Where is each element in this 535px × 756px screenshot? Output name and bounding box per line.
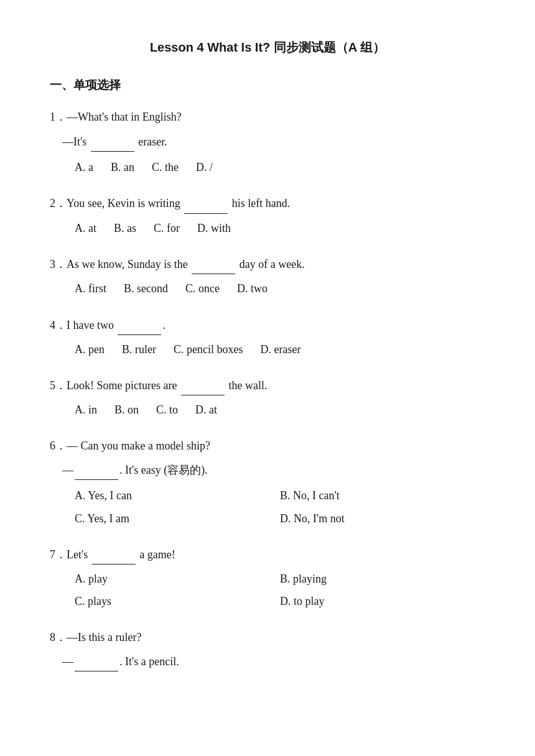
option-6-2: C. Yes, I am	[75, 508, 280, 529]
question-stem-2: 2．You see, Kevin is writing his left han…	[50, 193, 485, 213]
option-1-0: A. a	[75, 161, 93, 173]
question-stem-7: 7．Let's a game!	[50, 544, 485, 565]
blank-stem-7	[92, 544, 136, 565]
section-header: 一、单项选择	[50, 76, 485, 94]
options-row-1: A. aB. anC. theD. /	[50, 157, 485, 178]
blank-stem-5	[181, 375, 225, 395]
blank-1	[91, 131, 134, 152]
option-4-1: B. ruler	[122, 343, 156, 356]
blank-6	[75, 459, 118, 480]
option-2-3: D. with	[197, 222, 231, 234]
option-4-0: A. pen	[75, 343, 105, 356]
option-7-2: C. plays	[75, 591, 280, 612]
question-stem-1: 1．—What's that in English?	[50, 107, 485, 127]
option-7-1: B. playing	[280, 568, 485, 589]
option-6-3: D. No, I'm not	[280, 508, 485, 529]
question-stem-4: 4．I have two .	[50, 315, 485, 335]
option-5-1: B. on	[114, 403, 139, 416]
question-sub-1: —It's eraser.	[50, 131, 485, 152]
options-grid-6: A. Yes, I canB. No, I can'tC. Yes, I amD…	[50, 485, 485, 528]
option-5-3: D. at	[195, 403, 217, 416]
question-stem-8: 8．—Is this a ruler?	[50, 627, 485, 647]
option-3-2: C. once	[185, 282, 220, 295]
option-3-3: D. two	[237, 282, 268, 295]
page-title: Lesson 4 What Is It? 同步测试题（A 组）	[50, 37, 485, 57]
question-stem-6: 6．— Can you make a model ship?	[50, 436, 485, 456]
option-3-0: A. first	[75, 282, 106, 295]
option-7-0: A. play	[75, 568, 280, 589]
question-3: 3．As we know, Sunday is the day of a wee…	[50, 254, 485, 300]
option-6-1: B. No, I can't	[280, 485, 485, 506]
blank-stem-2	[184, 193, 228, 213]
option-2-0: A. at	[75, 222, 96, 234]
question-7: 7．Let's a game!A. playB. playingC. plays…	[50, 544, 485, 612]
options-grid-7: A. playB. playingC. playsD. to play	[50, 568, 485, 612]
option-1-1: B. an	[111, 161, 134, 173]
question-stem-3: 3．As we know, Sunday is the day of a wee…	[50, 254, 485, 274]
option-2-2: C. for	[154, 222, 180, 234]
question-sub-6: — . It's easy (容易的).	[50, 459, 485, 480]
question-6: 6．— Can you make a model ship?— . It's e…	[50, 436, 485, 529]
options-row-4: A. penB. rulerC. pencil boxesD. eraser	[50, 339, 485, 360]
option-5-2: C. to	[156, 403, 178, 416]
question-4: 4．I have two .A. penB. rulerC. pencil bo…	[50, 315, 485, 361]
blank-stem-3	[192, 254, 235, 274]
question-5: 5．Look! Some pictures are the wall.A. in…	[50, 375, 485, 421]
question-2: 2．You see, Kevin is writing his left han…	[50, 193, 485, 239]
options-row-3: A. firstB. secondC. onceD. two	[50, 278, 485, 299]
options-row-2: A. atB. asC. forD. with	[50, 218, 485, 239]
question-sub-8: — . It's a pencil.	[50, 651, 485, 671]
blank-8	[75, 651, 118, 671]
question-1: 1．—What's that in English?—It's eraser.A…	[50, 107, 485, 178]
option-4-3: D. eraser	[260, 343, 300, 356]
options-row-5: A. inB. onC. toD. at	[50, 399, 485, 420]
option-1-2: C. the	[152, 161, 179, 173]
option-7-3: D. to play	[280, 591, 485, 612]
option-3-1: B. second	[124, 282, 168, 295]
option-1-3: D. /	[196, 161, 213, 173]
option-4-2: C. pencil boxes	[174, 343, 243, 356]
question-stem-5: 5．Look! Some pictures are the wall.	[50, 375, 485, 395]
option-2-1: B. as	[114, 222, 136, 234]
option-5-0: A. in	[75, 403, 97, 416]
blank-stem-4	[118, 315, 161, 335]
option-6-0: A. Yes, I can	[75, 485, 280, 506]
question-8: 8．—Is this a ruler?— . It's a pencil.	[50, 627, 485, 672]
questions-list: 1．—What's that in English?—It's eraser.A…	[50, 107, 485, 671]
